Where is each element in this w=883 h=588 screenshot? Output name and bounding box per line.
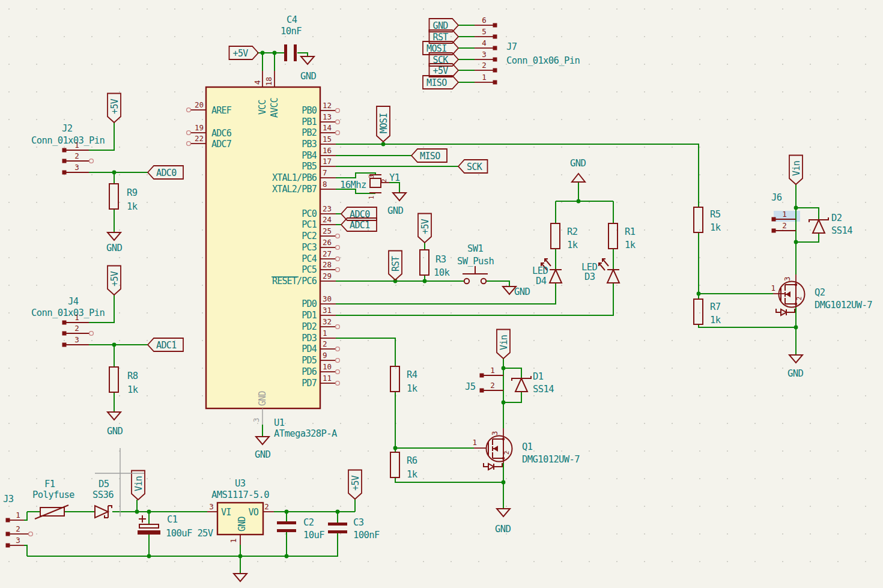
svg-text:+5V: +5V [350,475,361,491]
pin-num-1r: 1 [323,329,327,338]
svg-text:MISO: MISO [426,77,447,88]
q2-num-3: 3 [783,276,792,281]
pin-num-14: 14 [323,123,332,132]
svg-text:+5V: +5V [109,271,120,286]
junction-dot-8 [393,446,398,450]
junction-dot-17 [147,510,151,514]
junction-dot-15 [794,326,798,330]
pin-name-pb7: XTAL2/PB7 [272,184,317,195]
j2-num-1: 1 [74,141,79,150]
gnd-c4: GND [300,71,316,82]
pin-end-square-18 [772,229,776,233]
pin-num-17: 17 [323,157,332,166]
ref-d3: D3 [584,271,595,282]
junction-dot-1 [273,51,277,55]
pin-name-pc0: PC0 [302,208,317,219]
pin-name-pd6: PD6 [302,366,317,377]
j5-num-2: 2 [490,381,495,390]
svg-text:MISO: MISO [420,151,440,162]
val-d1: SS14 [533,384,554,395]
svg-text:GND: GND [433,20,449,31]
pin-name-vo: VO [249,507,259,518]
val-d5: SS36 [93,489,114,500]
j4-num-2: 2 [74,324,79,333]
junction-dot-11 [502,480,506,485]
pin-name-pc5: PC5 [302,264,317,275]
ref-j6: J6 [771,192,782,203]
val-r3: 10k [434,267,450,278]
pin-end-square-2 [493,46,497,50]
junction-dot-2 [112,171,117,175]
ref-d4: D4 [536,276,547,286]
pin-name-avcc: AVCC [269,98,280,118]
svg-text:RST: RST [390,256,401,271]
ref-c3: C3 [353,517,364,528]
pin-num-4: 4 [253,80,262,85]
val-y1: 16Mhz [340,180,366,190]
j7-num-6: 6 [482,16,487,25]
gnd-sw1: GND [514,286,530,297]
val-sw1: SW_Push [457,256,494,267]
pin-num-26: 26 [323,238,332,247]
ref-j2: J2 [62,123,73,134]
val-c3: 100nF [353,530,380,541]
junction-dot-12 [697,292,701,296]
j3-num-3: 3 [16,536,20,545]
ref-y1: Y1 [389,172,400,183]
ref-q1: Q1 [522,441,533,452]
q1-num-3: 3 [490,431,499,435]
pin-num-28: 28 [323,260,332,269]
schematic-canvas[interactable]: GNDRSTMOSISCK+5VMISO+5VADC0ADC1ADC0ADC1M… [0,0,883,588]
j7-num-2: 2 [482,61,487,70]
pin-end-square-4 [493,68,497,73]
pin-end-square-12 [6,518,10,523]
pin-name-pd3: PD3 [302,333,317,344]
j3-num-1: 1 [16,511,20,520]
val-r1: 1k [625,240,636,250]
junction-dot-14 [794,240,798,244]
pin-num-31: 31 [323,306,332,315]
pin-name-pb6: XTAL1/PB6 [272,172,317,183]
val-r8: 1k [127,384,139,395]
ref-u1: U1 [274,417,285,428]
pin-name-u1-gnd: GND [257,391,268,406]
j6-num-1: 1 [782,210,787,219]
pin-end-square-9 [62,321,67,325]
pin-name-adc6: ADC6 [211,128,232,139]
j2-num-3: 3 [74,163,79,172]
q1-num-2: 2 [503,451,510,455]
svg-text:ADC0: ADC0 [156,168,177,178]
gnd-q1: GND [495,524,511,535]
pin-name-u3-gnd: GND [237,517,247,532]
gnd-q2: GND [787,368,803,379]
y1-num-1: 1 [368,196,375,199]
ref-j5: J5 [465,381,476,392]
u3-num-1: 1 [229,538,238,543]
ref-q2: Q2 [815,287,825,298]
pin-name-pc1: PC1 [302,219,317,230]
pin-num-23: 23 [323,204,332,213]
svg-text:Vin: Vin [133,476,144,491]
junction-dot-7 [577,199,581,204]
pin-name-pd4: PD4 [302,344,317,354]
val-q2: DMG1012UW-7 [815,300,872,311]
ref-d5: D5 [99,479,109,489]
pin-name-pb1: PB1 [302,117,317,127]
pin-name-pd2: PD2 [302,321,317,332]
ref-r3: R3 [435,254,446,265]
junction-dot-0 [261,51,265,55]
j6-num-2: 2 [782,221,787,230]
pin-name-pb4: PB4 [302,150,317,161]
junction-dot-18 [285,510,289,514]
pin-end-square-13 [6,532,10,536]
ref-r4: R4 [407,369,417,380]
svg-text:Vin: Vin [791,161,802,176]
val-j4: Conn_01x03_Pin [31,308,105,318]
ref-d2: D2 [831,213,842,223]
pin-num-18: 18 [264,77,273,86]
val-r6: 1k [407,469,418,480]
q1-num-1: 1 [472,438,477,447]
u3-num-3: 3 [209,502,214,511]
pin-num-8: 8 [323,180,327,189]
val-u3: AMS1117-5.0 [211,489,269,500]
